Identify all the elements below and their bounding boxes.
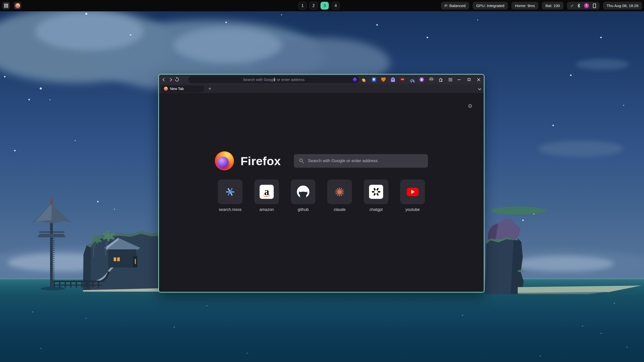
- minimize-button[interactable]: [457, 77, 462, 82]
- firefox-icon: [15, 3, 20, 8]
- system-tray: ✂: [567, 2, 600, 10]
- tab-new-tab[interactable]: New Tab: [161, 85, 204, 92]
- browser-navbar: UO: [159, 75, 484, 84]
- vpn-extension-icon[interactable]: [409, 77, 415, 82]
- metamask-extension-icon[interactable]: [381, 77, 386, 82]
- cloud: [576, 59, 629, 70]
- bluetooth-icon[interactable]: [577, 4, 580, 8]
- firefox-logo: [215, 151, 234, 170]
- shortcut-amazon[interactable]: a amazon: [254, 179, 279, 212]
- shortcut-chatgpt[interactable]: chatgpt: [364, 179, 388, 212]
- scissors-icon[interactable]: ✂: [570, 3, 574, 8]
- back-button[interactable]: [163, 78, 166, 81]
- workspace-1-button[interactable]: 1: [298, 2, 307, 10]
- shortcut-label: youtube: [406, 207, 420, 212]
- url-input[interactable]: [188, 76, 359, 83]
- extensions-puzzle-button[interactable]: [438, 77, 444, 82]
- shortcut-label: claude: [334, 207, 345, 212]
- openai-icon: [369, 185, 383, 199]
- new-tab-button[interactable]: +: [207, 85, 213, 92]
- app-grid-icon: [4, 4, 5, 5]
- top-status-bar: 1 2 3 4 P: Balanced GPU: Integrated Home…: [0, 0, 644, 11]
- new-tab-page: ⚙ Firefox search.nixos a amazon github: [159, 93, 484, 292]
- forward-button[interactable]: [169, 78, 172, 81]
- url-bar[interactable]: [188, 76, 359, 83]
- puzzle-icon: [438, 77, 443, 82]
- workspace-3-button[interactable]: 3: [320, 2, 329, 10]
- workspace-switcher: 1 2 3 4: [298, 2, 340, 10]
- ublock-origin-extension-icon[interactable]: UO: [400, 77, 405, 82]
- tab-bar: New Tab +: [159, 84, 484, 93]
- shortcut-github[interactable]: github: [291, 179, 315, 212]
- left-island-illustration: [0, 196, 166, 292]
- layers-extension-icon[interactable]: [352, 77, 357, 82]
- nixos-snowflake-icon: [225, 187, 235, 197]
- power-profile-badge: P: Balanced: [441, 2, 469, 10]
- newtab-search-input[interactable]: [294, 154, 428, 168]
- firefox-launcher-button[interactable]: [14, 2, 21, 9]
- shortcut-label: github: [298, 207, 309, 212]
- flame-media-icon[interactable]: [584, 3, 589, 8]
- newtab-search-box[interactable]: [294, 154, 428, 168]
- window-controls: [457, 75, 481, 84]
- cloud: [35, 13, 143, 50]
- search-icon: [299, 159, 303, 162]
- list-all-tabs-chevron-icon[interactable]: [478, 87, 481, 90]
- clock-badge[interactable]: Thu Aug 08, 18:26: [603, 2, 642, 10]
- shortcut-label: amazon: [260, 207, 274, 212]
- reload-button[interactable]: [174, 77, 180, 82]
- firefox-wordmark: Firefox: [240, 154, 281, 168]
- shortcut-label: search.nixos: [219, 207, 242, 212]
- battery-badge: Bat: 100: [542, 2, 564, 10]
- proxy-spy-extension-icon[interactable]: [428, 77, 434, 82]
- github-icon: [296, 185, 310, 199]
- firefox-window: UO New Tab + ⚙ Fi: [158, 74, 485, 293]
- maximize-button[interactable]: [466, 77, 471, 82]
- ublock-letters: UO: [401, 78, 404, 80]
- brand-row: Firefox: [159, 151, 484, 170]
- text-caret: [274, 78, 275, 81]
- password-shield-extension-icon[interactable]: [371, 77, 377, 82]
- phone-icon[interactable]: [593, 4, 596, 8]
- app-launcher-button[interactable]: [3, 2, 10, 9]
- amazon-icon: a: [260, 185, 274, 199]
- gpu-badge: GPU: Integrated: [473, 2, 508, 10]
- firefox-favicon: [164, 87, 168, 91]
- tab-title: New Tab: [170, 87, 184, 91]
- dark-reader-extension-icon[interactable]: [361, 77, 367, 82]
- right-island-illustration: [483, 206, 644, 294]
- workspace-2-button[interactable]: 2: [309, 2, 318, 10]
- youtube-icon: [407, 188, 419, 196]
- shortcut-search-nixos[interactable]: search.nixos: [218, 179, 243, 212]
- close-button[interactable]: [476, 77, 481, 82]
- latency-badge: Home: 9ms: [511, 2, 538, 10]
- ghostery-extension-icon[interactable]: [390, 77, 396, 82]
- personalize-gear-icon[interactable]: ⚙: [468, 103, 472, 109]
- claude-starburst-icon: [334, 186, 345, 197]
- shortcuts-row: search.nixos a amazon github claude chat…: [159, 179, 484, 212]
- shortcut-label: chatgpt: [370, 207, 383, 212]
- shortcut-claude[interactable]: claude: [327, 179, 352, 212]
- cloud: [174, 28, 282, 63]
- cloud: [538, 141, 624, 157]
- extension-toolbar: UO: [352, 75, 453, 84]
- menu-button[interactable]: [448, 77, 453, 82]
- workspace-4-button[interactable]: 4: [332, 2, 340, 10]
- shortcut-youtube[interactable]: youtube: [400, 179, 425, 212]
- hex-snowflake-extension-icon[interactable]: [419, 77, 424, 82]
